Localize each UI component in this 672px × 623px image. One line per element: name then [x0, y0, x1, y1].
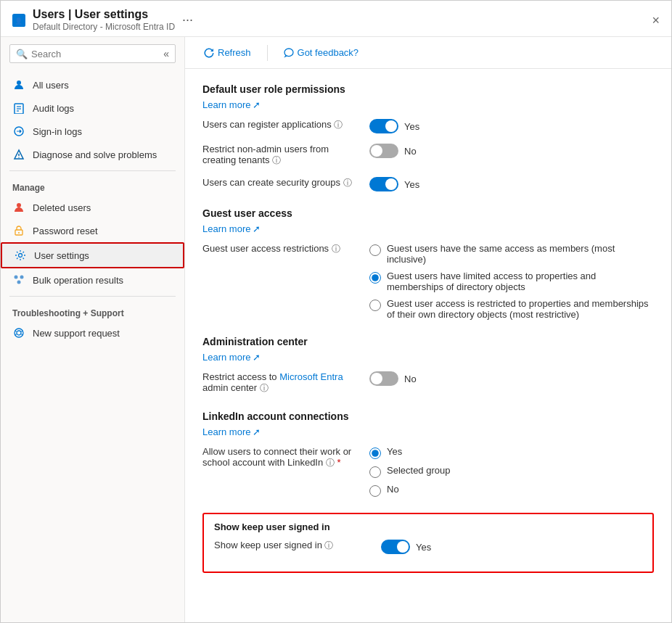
collapse-button[interactable]: «	[163, 48, 169, 59]
svg-point-15	[20, 276, 24, 279]
guest-option-2[interactable]: Guest users have limited access to prope…	[369, 271, 654, 292]
settings-icon	[14, 249, 27, 262]
guest-access-learn-more[interactable]: Learn more ➚	[202, 223, 261, 234]
feedback-label: Got feedback?	[298, 47, 359, 58]
linkedin-options: Yes Selected group No	[369, 446, 450, 497]
guest-radio-1[interactable]	[369, 244, 381, 256]
sidebar-label-audit-logs: Audit logs	[33, 103, 74, 114]
sidebar-item-sign-in-logs[interactable]: Sign-in logs	[1, 120, 184, 143]
default-permissions-learn-more[interactable]: Learn more ➚	[202, 99, 261, 110]
security-groups-label: Users can create security groups ⓘ	[202, 177, 362, 189]
linkedin-radio-group[interactable]	[369, 466, 381, 478]
bulk-icon	[12, 273, 25, 286]
restrict-admin-center-label: Restrict access to Microsoft Entra admin…	[202, 371, 362, 395]
password-icon	[12, 224, 25, 237]
deleted-icon	[12, 201, 25, 214]
register-apps-toggle[interactable]: Yes	[369, 119, 419, 133]
guest-option-3[interactable]: Guest user access is restricted to prope…	[369, 298, 654, 320]
refresh-label: Refresh	[218, 47, 251, 58]
app-icon: 👤	[12, 14, 25, 27]
user-icon	[12, 78, 25, 91]
close-button[interactable]: ×	[652, 14, 660, 27]
diagnose-icon	[12, 148, 25, 161]
guest-radio-3[interactable]	[369, 300, 381, 311]
admin-center-section: Administration center Learn more ➚ Restr…	[202, 336, 654, 395]
keep-signed-in-title: Show keep user signed in	[214, 521, 642, 532]
sidebar-item-user-settings[interactable]: User settings	[1, 242, 184, 268]
guest-restrictions-label: Guest user access restrictions ⓘ	[202, 243, 362, 255]
more-options-icon[interactable]: ···	[182, 12, 193, 28]
sidebar-item-audit-logs[interactable]: Audit logs	[1, 96, 184, 120]
sidebar-label-sign-in-logs: Sign-in logs	[33, 126, 82, 137]
sidebar-item-bulk-operation[interactable]: Bulk operation results	[1, 268, 184, 292]
refresh-button[interactable]: Refresh	[200, 44, 255, 61]
info-icon-6[interactable]: ⓘ	[326, 458, 335, 468]
sidebar-item-password-reset[interactable]: Password reset	[1, 219, 184, 242]
sidebar-item-deleted-users[interactable]: Deleted users	[1, 196, 184, 219]
linkedin-radio-no[interactable]	[369, 485, 381, 497]
external-link-icon: ➚	[253, 99, 261, 110]
security-groups-toggle[interactable]: Yes	[369, 177, 419, 191]
default-permissions-section: Default user role permissions Learn more…	[202, 83, 654, 191]
linkedin-option-group[interactable]: Selected group	[369, 465, 450, 478]
restrict-admin-center-toggle[interactable]: No	[369, 371, 417, 386]
guest-option-1-label: Guest users have the same access as memb…	[387, 243, 654, 265]
admin-center-title: Administration center	[202, 336, 654, 347]
svg-point-9	[18, 157, 19, 157]
sidebar-item-diagnose[interactable]: Diagnose and solve problems	[1, 143, 184, 166]
guest-radio-2[interactable]	[369, 272, 381, 284]
restrict-tenants-toggle[interactable]: No	[369, 144, 417, 158]
guest-access-title: Guest user access	[202, 207, 654, 219]
info-icon-2[interactable]: ⓘ	[272, 155, 281, 165]
admin-center-learn-more[interactable]: Learn more ➚	[202, 352, 261, 363]
restrict-tenants-row: Restrict non-admin users from creating t…	[202, 144, 654, 167]
linkedin-option-group-label: Selected group	[387, 465, 450, 476]
svg-text:👤: 👤	[15, 16, 23, 25]
external-link-icon-2: ➚	[253, 223, 261, 234]
sidebar-item-support-request[interactable]: New support request	[1, 321, 184, 344]
svg-point-18	[17, 331, 21, 335]
linkedin-row: Allow users to connect their work or sch…	[202, 446, 654, 497]
keep-signed-in-row: Show keep user signed in ⓘ Yes	[214, 540, 642, 554]
refresh-icon	[204, 48, 214, 58]
info-icon-1[interactable]: ⓘ	[334, 120, 343, 130]
manage-section-label: Manage	[1, 176, 184, 196]
keep-signed-in-value: Yes	[416, 542, 431, 553]
audit-icon	[12, 102, 25, 115]
guest-option-1[interactable]: Guest users have the same access as memb…	[369, 243, 654, 265]
restrict-tenants-value: No	[404, 146, 417, 157]
linkedin-option-no[interactable]: No	[369, 484, 450, 497]
info-icon-7[interactable]: ⓘ	[324, 540, 333, 550]
support-icon	[12, 326, 25, 339]
info-icon-3[interactable]: ⓘ	[343, 178, 352, 188]
linkedin-learn-more[interactable]: Learn more ➚	[202, 426, 261, 437]
keep-signed-in-toggle[interactable]: Yes	[381, 540, 431, 554]
keep-signed-in-section: Show keep user signed in Show keep user …	[202, 513, 654, 573]
svg-point-16	[17, 281, 21, 284]
external-link-icon-3: ➚	[253, 352, 261, 363]
linkedin-label: Allow users to connect their work or sch…	[202, 446, 362, 469]
search-input[interactable]	[31, 49, 133, 59]
guest-access-section: Guest user access Learn more ➚ Guest use…	[202, 207, 654, 320]
guest-option-3-label: Guest user access is restricted to prope…	[387, 298, 654, 320]
restrict-admin-center-row: Restrict access to Microsoft Entra admin…	[202, 371, 654, 395]
svg-point-10	[17, 203, 21, 207]
default-permissions-title: Default user role permissions	[202, 83, 654, 95]
linkedin-radio-yes[interactable]	[369, 447, 381, 459]
register-apps-label: Users can register applications ⓘ	[202, 119, 362, 131]
guest-restrictions-options: Guest users have the same access as memb…	[369, 243, 654, 320]
linkedin-title: LinkedIn account connections	[202, 410, 654, 422]
info-icon-5[interactable]: ⓘ	[260, 383, 269, 393]
guest-option-2-label: Guest users have limited access to prope…	[387, 271, 654, 292]
toolbar-divider	[267, 45, 268, 61]
svg-point-2	[17, 81, 21, 85]
sidebar-label-bulk-operation: Bulk operation results	[33, 275, 123, 286]
info-icon-4[interactable]: ⓘ	[332, 244, 340, 254]
restrict-tenants-label: Restrict non-admin users from creating t…	[202, 144, 362, 167]
sidebar-label-deleted-users: Deleted users	[33, 202, 91, 213]
sidebar-item-all-users[interactable]: All users	[1, 73, 184, 96]
linkedin-option-yes-label: Yes	[387, 446, 402, 457]
linkedin-option-yes[interactable]: Yes	[369, 446, 450, 459]
svg-point-12	[18, 232, 20, 234]
feedback-button[interactable]: Got feedback?	[279, 44, 364, 61]
